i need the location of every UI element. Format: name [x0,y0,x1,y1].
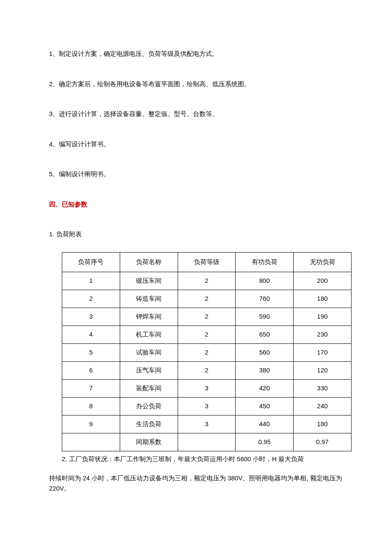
table-row: 2铸造车间2760180 [62,290,352,308]
th-num: 负荷序号 [62,252,120,272]
cell-num [62,433,120,451]
cell-active: 420 [236,379,294,397]
table-row: 5试验车间2560170 [62,343,352,361]
table-row: 1锻压车间2800200 [62,272,352,290]
cell-num: 8 [62,397,120,415]
table-row: 9生活负荷3440180 [62,415,352,433]
paragraph-3: 3、进行设计计算，选择设备容量、整定值、型号、台数等。 [49,109,343,119]
cell-active: 650 [236,325,294,343]
cell-name: 机工车间 [120,325,178,343]
cell-num: 6 [62,361,120,379]
cell-num: 5 [62,343,120,361]
table-row: 同期系数0.950.97 [62,433,352,451]
cell-reactive: 230 [294,325,352,343]
th-level: 负荷等级 [178,252,236,272]
cell-active: 760 [236,290,294,308]
table-row: 7装配车间3420330 [62,379,352,397]
cell-reactive: 180 [294,290,352,308]
cell-level: 2 [178,308,236,325]
cell-num: 1 [62,272,120,290]
th-reactive: 无功负荷 [294,252,352,272]
cell-level [178,433,236,451]
table-row: 6压气车间2380120 [62,361,352,379]
cell-level: 3 [178,397,236,415]
cell-name: 铸造车间 [120,290,178,308]
cell-active: 560 [236,343,294,361]
th-active: 有功负荷 [236,252,294,272]
cell-reactive: 120 [294,361,352,379]
cell-level: 2 [178,272,236,290]
paragraph-5: 5、编制设计阐明书。 [49,169,343,179]
cell-reactive: 240 [294,397,352,415]
table-row: 3钾焊车间2590190 [62,308,352,325]
cell-level: 2 [178,290,236,308]
cell-num: 9 [62,415,120,433]
cell-active: 440 [236,415,294,433]
table-row: 4机工车间2650230 [62,325,352,343]
table-header-row: 负荷序号 负荷名称 负荷等级 有功负荷 无功负荷 [62,252,352,272]
cell-active: 800 [236,272,294,290]
cell-active: 590 [236,308,294,325]
cell-reactive: 200 [294,272,352,290]
cell-num: 7 [62,379,120,397]
table-row: 8办公负荷3450240 [62,397,352,415]
cell-name: 钾焊车间 [120,308,178,325]
load-table: 负荷序号 负荷名称 负荷等级 有功负荷 无功负荷 1锻压车间28002002铸造… [62,252,352,451]
cell-level: 2 [178,325,236,343]
cell-name: 生活负荷 [120,415,178,433]
cell-name: 装配车间 [120,379,178,397]
paragraph-1: 1、制定设计方案，确定电源电压、负荷等级及供配电方式。 [49,49,343,59]
th-name: 负荷名称 [120,252,178,272]
section-4-title: 四、已知参数 [49,200,343,209]
cell-active: 450 [236,397,294,415]
subhead-load-table: 1. 负荷附表 [49,230,343,239]
cell-name: 办公负荷 [120,397,178,415]
paragraph-last: 持续时间为 24 小时，本厂低压动力设备均为三相，额定电压为 380V。照明用电… [49,473,343,494]
cell-level: 2 [178,343,236,361]
cell-level: 2 [178,361,236,379]
cell-active: 0.95 [236,433,294,451]
cell-name: 锻压车间 [120,272,178,290]
cell-reactive: 190 [294,308,352,325]
cell-reactive: 0.97 [294,433,352,451]
cell-active: 380 [236,361,294,379]
cell-num: 2 [62,290,120,308]
cell-reactive: 170 [294,343,352,361]
cell-name: 同期系数 [120,433,178,451]
cell-level: 3 [178,379,236,397]
cell-reactive: 180 [294,415,352,433]
cell-name: 压气车间 [120,361,178,379]
cell-num: 4 [62,325,120,343]
cell-num: 3 [62,308,120,325]
cell-reactive: 330 [294,379,352,397]
paragraph-4: 4、编写设计计算书。 [49,139,343,149]
paragraph-2: 2、确定方案后，绘制各用电设备等布置平面图，绘制高、低压系统图。 [49,79,343,89]
cell-level: 3 [178,415,236,433]
after-table-text: 2. 工厂负荷状况：本厂工作制为三班制，年最大负荷运用小时 5600 小时，H … [62,453,343,465]
cell-name: 试验车间 [120,343,178,361]
